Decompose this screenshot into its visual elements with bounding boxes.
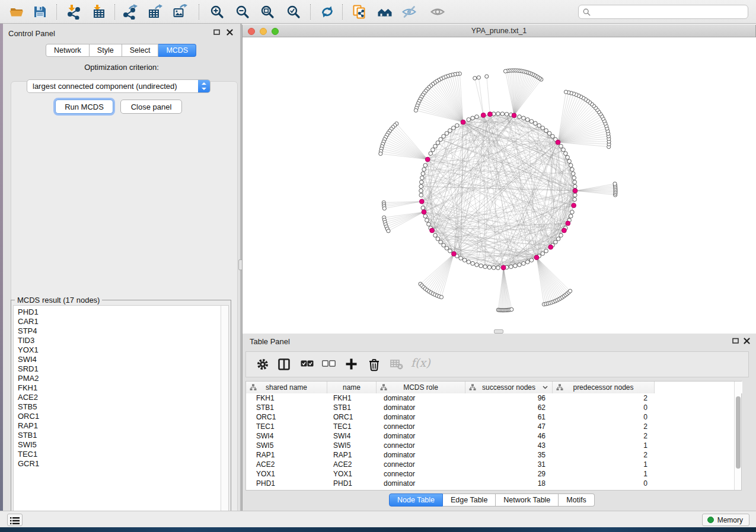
save-icon[interactable] xyxy=(31,4,48,20)
memory-button[interactable]: Memory xyxy=(702,514,749,526)
graph-node-dominator[interactable] xyxy=(566,221,570,226)
network-canvas[interactable] xyxy=(243,37,756,334)
graph-node[interactable] xyxy=(554,240,558,244)
table-row[interactable]: SWI5SWI5connector431 xyxy=(246,441,741,450)
column-header-successor-nodes[interactable]: successor nodes xyxy=(465,382,553,393)
mcds-result-item[interactable]: SWI4 xyxy=(18,355,221,364)
graph-node[interactable] xyxy=(421,172,425,176)
graph-node-dominator[interactable] xyxy=(534,255,539,260)
close-table-panel-icon[interactable] xyxy=(744,337,752,345)
column-header-shared-name[interactable]: shared name xyxy=(246,382,327,393)
graph-node[interactable] xyxy=(436,141,440,145)
graph-node[interactable] xyxy=(529,120,534,124)
graph-node[interactable] xyxy=(564,152,568,156)
graph-node[interactable] xyxy=(569,164,573,168)
add-row-icon[interactable] xyxy=(345,358,358,370)
graph-node[interactable] xyxy=(522,261,526,265)
task-history-icon[interactable] xyxy=(7,514,23,526)
graph-node[interactable] xyxy=(544,129,548,133)
graph-node-dominator[interactable] xyxy=(419,199,424,204)
show-columns-icon[interactable] xyxy=(277,358,291,371)
graph-node[interactable] xyxy=(445,246,449,251)
table-row[interactable]: ORC1ORC1dominator610 xyxy=(246,412,741,422)
graph-node[interactable] xyxy=(613,182,617,185)
graph-node[interactable] xyxy=(529,258,534,262)
tab-network[interactable]: Network xyxy=(46,44,90,57)
graph-node[interactable] xyxy=(537,124,541,128)
mcds-result-item[interactable]: STP4 xyxy=(18,326,221,336)
mcds-scrollbar[interactable] xyxy=(221,305,229,517)
graph-node[interactable] xyxy=(448,249,452,253)
graph-node-dominator[interactable] xyxy=(501,265,506,270)
graph-node[interactable] xyxy=(505,113,509,117)
graph-node[interactable] xyxy=(420,176,425,180)
graph-node[interactable] xyxy=(448,129,452,133)
graph-node[interactable] xyxy=(572,176,576,180)
tab-node-table[interactable]: Node Table xyxy=(389,493,443,507)
table-scrollbar-thumb[interactable] xyxy=(736,396,741,469)
graph-node[interactable] xyxy=(439,137,443,142)
graph-node[interactable] xyxy=(471,261,475,265)
tab-select[interactable]: Select xyxy=(122,44,159,57)
table-row[interactable]: PHD1PHD1dominator180 xyxy=(246,479,741,488)
graph-node[interactable] xyxy=(467,260,471,264)
graph-node[interactable] xyxy=(442,243,446,248)
first-neighbors-icon[interactable] xyxy=(377,4,393,20)
graph-node[interactable] xyxy=(419,189,423,193)
delete-table-icon[interactable] xyxy=(390,360,403,370)
graph-node[interactable] xyxy=(573,197,577,201)
graph-node-dominator[interactable] xyxy=(573,188,578,193)
delete-row-icon[interactable] xyxy=(368,358,381,371)
graph-node[interactable] xyxy=(475,115,479,119)
graph-node[interactable] xyxy=(541,126,545,130)
export-network-icon[interactable] xyxy=(122,4,138,20)
mcds-result-item[interactable]: CAR1 xyxy=(18,317,221,326)
graph-node[interactable] xyxy=(571,172,575,176)
graph-node[interactable] xyxy=(570,168,575,172)
graph-node[interactable] xyxy=(387,229,390,233)
mcds-result-item[interactable]: TEC1 xyxy=(18,450,221,459)
import-network-icon[interactable] xyxy=(65,4,82,20)
graph-node[interactable] xyxy=(419,184,423,188)
table-scrollbar[interactable] xyxy=(734,382,741,490)
function-builder-icon[interactable]: f(x) xyxy=(411,356,430,369)
graph-node[interactable] xyxy=(423,164,428,168)
float-panel-icon[interactable] xyxy=(213,28,222,36)
mcds-result-item[interactable]: PHD1 xyxy=(18,307,221,317)
column-header-name[interactable]: name xyxy=(327,382,377,393)
graph-node[interactable] xyxy=(439,295,443,299)
table-row[interactable]: TEC1TEC1connector472 xyxy=(246,422,741,431)
graph-node[interactable] xyxy=(573,184,578,188)
column-header-mcds-role[interactable]: MCDS role xyxy=(377,382,465,393)
tab-motifs[interactable]: Motifs xyxy=(559,493,594,507)
open-file-icon[interactable] xyxy=(8,4,25,20)
graph-node[interactable] xyxy=(522,116,526,120)
zoom-in-icon[interactable] xyxy=(209,4,225,20)
table-splitter-handle[interactable] xyxy=(494,329,503,334)
export-table-icon[interactable] xyxy=(146,4,163,20)
graph-node[interactable] xyxy=(525,118,529,122)
table-row[interactable]: ACE2ACE2connector311 xyxy=(246,460,741,469)
graph-node[interactable] xyxy=(471,116,475,120)
show-all-icon[interactable] xyxy=(429,4,446,20)
run-mcds-button[interactable]: Run MCDS xyxy=(55,100,113,114)
mcds-result-item[interactable]: ORC1 xyxy=(18,412,221,421)
zoom-fit-icon[interactable] xyxy=(259,4,276,20)
graph-node[interactable] xyxy=(500,112,505,116)
graph-node[interactable] xyxy=(382,207,386,210)
export-image-icon[interactable] xyxy=(171,4,188,20)
graph-node-dominator[interactable] xyxy=(461,120,465,124)
graph-node[interactable] xyxy=(429,152,433,156)
graph-node[interactable] xyxy=(510,307,513,311)
zoom-selected-icon[interactable] xyxy=(285,4,302,20)
select-all-icon[interactable] xyxy=(301,360,314,367)
graph-node[interactable] xyxy=(422,168,426,172)
graph-node-dominator[interactable] xyxy=(430,228,435,233)
mcds-result-item[interactable]: STB5 xyxy=(18,402,221,412)
graph-node[interactable] xyxy=(455,124,460,128)
mcds-result-item[interactable]: FKH1 xyxy=(18,383,221,393)
graph-node[interactable] xyxy=(483,265,487,269)
graph-node[interactable] xyxy=(562,148,566,152)
table-row[interactable]: STB1STB1dominator620 xyxy=(246,403,741,412)
graph-node[interactable] xyxy=(559,233,563,238)
